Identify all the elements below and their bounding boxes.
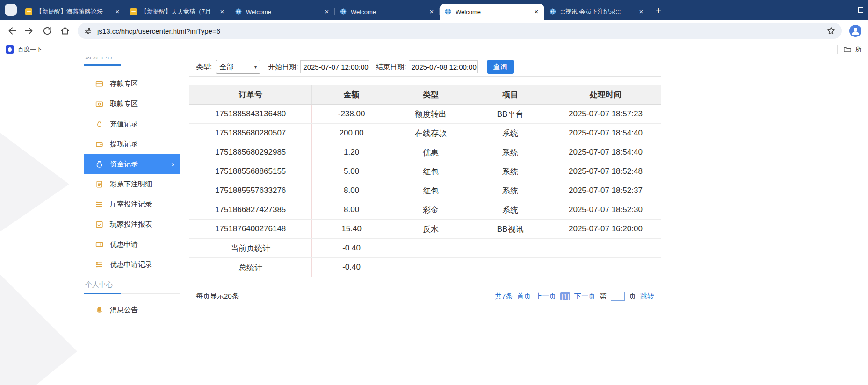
- jump-label-after: 页: [629, 292, 636, 301]
- sidebar-item-hall-bet-record[interactable]: 厅室投注记录: [84, 194, 180, 214]
- tab-title: Welcome: [456, 8, 528, 15]
- sidebar-item-player-bet-report[interactable]: 玩家投注报表: [84, 214, 180, 235]
- browser-tab-2[interactable]: 【新提醒】天天竞猜（7月 ×: [125, 4, 230, 20]
- funds-record-table: 订单号 金额 类型 项目 处理时间 1751885843136480 -238.…: [189, 85, 661, 277]
- start-date-input[interactable]: 2025-07-07 12:00:00: [300, 60, 369, 73]
- cell-time: [550, 258, 661, 277]
- cell-type: 优惠: [391, 143, 470, 162]
- url-field[interactable]: js13.cc/hhcp/usercenter.html?iniType=6: [78, 23, 842, 39]
- bookmark-baidu[interactable]: 百度一下: [6, 45, 42, 54]
- table-header-row: 订单号 金额 类型 项目 处理时间: [189, 85, 661, 105]
- bookmark-star-icon[interactable]: [826, 26, 836, 36]
- per-page-label: 每页显示20条: [196, 292, 239, 301]
- next-page-link[interactable]: 下一页: [574, 292, 595, 301]
- sidebar-item-lottery-bet-detail[interactable]: 彩票下注明细: [84, 174, 180, 194]
- tab-title: Welcome: [246, 8, 319, 15]
- reload-icon[interactable]: [42, 26, 52, 36]
- cell-amount: -238.00: [312, 105, 391, 124]
- all-bookmarks-button[interactable]: 所: [837, 45, 862, 54]
- start-date-label: 开始日期:: [268, 63, 298, 71]
- cell-project: 系统: [470, 143, 550, 162]
- end-date-input[interactable]: 2025-07-08 12:00:00: [409, 60, 478, 73]
- globe-favicon: [549, 8, 557, 15]
- sidebar-item-deposit-zone[interactable]: 存款专区: [84, 74, 180, 94]
- all-bookmarks-label: 所: [855, 45, 861, 54]
- browser-window: 【新提醒】海燕策略论坛 × 【新提醒】天天竞猜（7月 × Welcome × W…: [0, 0, 868, 385]
- profile-avatar[interactable]: [849, 25, 861, 37]
- sidebar-item-label: 充值记录: [110, 120, 138, 128]
- sidebar-item-label: 取款专区: [110, 100, 138, 108]
- current-page-badge: [1]: [560, 292, 570, 300]
- sidebar-item-message-notice[interactable]: 消息公告: [84, 300, 180, 320]
- tab-close-icon[interactable]: ×: [113, 7, 122, 16]
- cell-amount: 8.00: [312, 181, 391, 200]
- cell-amount: 200.00: [312, 124, 391, 143]
- cell-time: 2025-07-07 18:54:40: [550, 143, 661, 162]
- sidebar-item-promo-apply-record[interactable]: 优惠申请记录: [84, 255, 180, 275]
- sidebar-item-label: 消息公告: [110, 306, 138, 314]
- table-row: 1751866827427385 8.00 彩金 系统 2025-07-07 1…: [189, 200, 661, 220]
- cell-project: BB视讯: [470, 220, 550, 239]
- table-row: 1751885680292985 1.20 优惠 系统 2025-07-07 1…: [189, 143, 661, 162]
- home-icon[interactable]: [60, 26, 70, 36]
- chevron-right-icon: ›: [171, 160, 174, 169]
- tab-strip: 【新提醒】海燕策略论坛 × 【新提醒】天天竞猜（7月 × Welcome × W…: [0, 0, 868, 20]
- table-row: 1751885843136480 -238.00 额度转出 BB平台 2025-…: [189, 105, 661, 124]
- cell-type: [391, 258, 470, 277]
- cell-time: 2025-07-07 18:52:30: [550, 200, 661, 220]
- tab-close-icon[interactable]: ×: [323, 7, 331, 16]
- tab-close-icon[interactable]: ×: [218, 7, 226, 16]
- bookmark-label: 百度一下: [18, 45, 42, 54]
- minimize-button[interactable]: —: [837, 6, 844, 14]
- cell-time: 2025-07-07 16:20:00: [550, 220, 661, 239]
- sidebar-item-label: 优惠申请记录: [110, 260, 152, 269]
- list-icon: [95, 200, 103, 208]
- back-icon[interactable]: [7, 26, 17, 36]
- cell-project: 系统: [470, 200, 550, 220]
- page-number-input[interactable]: [611, 292, 625, 301]
- cell-time: 2025-07-07 18:57:23: [550, 105, 661, 124]
- sidebar-item-withdraw-record[interactable]: 提现记录: [84, 134, 180, 154]
- browser-tab-4[interactable]: Welcome ×: [335, 4, 440, 20]
- jump-button[interactable]: 跳转: [640, 292, 654, 301]
- cell-project: 系统: [470, 124, 550, 143]
- sidebar-item-label: 提现记录: [110, 140, 138, 149]
- tab-close-icon[interactable]: ×: [427, 7, 436, 16]
- sidebar-menu-personal: 消息公告: [84, 300, 180, 320]
- report-check-icon: [95, 221, 103, 228]
- type-label: 类型:: [196, 63, 212, 71]
- tab-search-button[interactable]: [5, 4, 17, 16]
- tab-title: Welcome: [351, 8, 424, 15]
- col-process-time: 处理时间: [550, 85, 661, 105]
- address-bar: js13.cc/hhcp/usercenter.html?iniType=6: [0, 20, 868, 42]
- tab-close-icon[interactable]: ×: [532, 7, 541, 16]
- cell-project: [470, 258, 550, 277]
- sidebar-item-funds-record[interactable]: 资金记录 ›: [84, 154, 180, 174]
- maximize-button[interactable]: [858, 7, 863, 13]
- tab-close-icon[interactable]: ×: [637, 7, 645, 16]
- cell-order-no: 1751866827427385: [189, 200, 312, 220]
- type-select[interactable]: 全部 ▾: [216, 60, 260, 74]
- sidebar-item-promo-apply[interactable]: 优惠申请: [84, 235, 180, 255]
- browser-tab-3[interactable]: Welcome ×: [230, 4, 335, 20]
- browser-tab-1[interactable]: 【新提醒】海燕策略论坛 ×: [21, 4, 125, 20]
- site-settings-icon[interactable]: [84, 27, 92, 35]
- folder-icon: [843, 45, 852, 54]
- pagination-bar: 每页显示20条 共7条 首页 上一页 [1] 下一页 第 页 跳转: [189, 285, 661, 307]
- prev-page-link[interactable]: 上一页: [535, 292, 556, 301]
- col-order-no: 订单号: [189, 85, 312, 105]
- sidebar-item-recharge-record[interactable]: 充值记录: [84, 114, 180, 134]
- browser-tab-6[interactable]: :::视讯 会员下注纪录::: ×: [544, 4, 649, 20]
- tab-title: :::视讯 会员下注纪录:::: [560, 7, 633, 16]
- sidebar-item-withdraw-zone[interactable]: 取款专区: [84, 94, 180, 114]
- wallet-icon: [95, 140, 103, 148]
- url-text: js13.cc/hhcp/usercenter.html?iniType=6: [97, 27, 220, 35]
- search-button[interactable]: 查询: [487, 60, 514, 74]
- sidebar: 财务中心 存款专区 取款专区 充值记录 提现记录: [84, 57, 180, 320]
- cell-label: 总统计: [189, 258, 312, 277]
- new-tab-button[interactable]: +: [656, 6, 661, 15]
- first-page-link[interactable]: 首页: [517, 292, 531, 301]
- browser-tab-active[interactable]: Welcome ×: [440, 4, 544, 20]
- table-row: 1751885680280507 200.00 在线存款 系统 2025-07-…: [189, 124, 661, 143]
- forward-icon[interactable]: [24, 26, 35, 36]
